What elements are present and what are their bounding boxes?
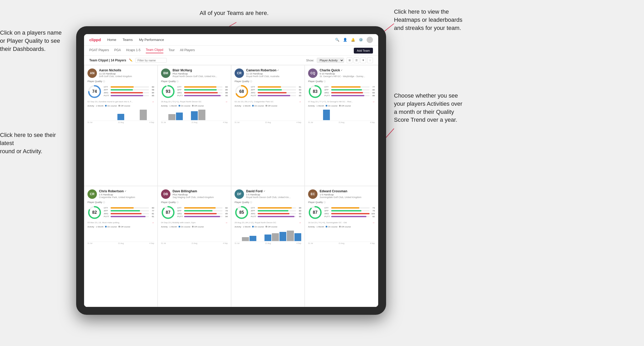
player-quality-section[interactable]: 93 OTT 84 APP 85 <box>161 84 228 99</box>
latest-round[interactable]: 26 Aug 23 | 73 (+1), Royal North Devon G… <box>161 100 228 103</box>
bar-track <box>184 213 222 214</box>
latest-round-arrow[interactable]: → <box>372 221 375 224</box>
profile-icon[interactable]: 👤 <box>343 38 347 42</box>
chart-labels: 31 Jul21 Aug4 Sep <box>87 121 154 123</box>
latest-round-arrow[interactable]: → <box>225 100 228 103</box>
latest-round-arrow[interactable]: → <box>299 221 301 224</box>
bar-fill <box>331 213 370 214</box>
player-quality-section[interactable]: 82 OTT 60 APP 77 <box>87 205 154 220</box>
bar-value: 82 <box>224 207 228 209</box>
player-quality-section[interactable]: 83 OTT 77 APP 80 <box>308 84 375 99</box>
bar-value: 85 <box>150 94 154 97</box>
player-card[interactable]: CQ Charlie Quick ✓ 6-10 Handicap St. Geo… <box>305 65 378 186</box>
oncourse-dot: On course <box>252 226 264 228</box>
player-avatar: DB <box>161 189 170 199</box>
bar-fill <box>258 207 292 209</box>
chart-date: 31 Jul <box>161 242 166 244</box>
quality-number: 87 <box>166 210 170 215</box>
player-name[interactable]: Charlie Quick ✓ <box>320 68 375 72</box>
latest-round[interactable]: 05 Mar 23 | 19, Must make putting → <box>87 221 154 224</box>
player-name[interactable]: Aaron Nicholls <box>99 68 154 72</box>
player-quality-section[interactable]: 85 OTT 89 APP 80 <box>235 205 301 220</box>
bar-label: ARG <box>104 92 110 94</box>
sort-icon[interactable]: ↕ <box>367 57 373 63</box>
player-card[interactable]: DF David Ford ✓ 1-5 Handicap Royal North… <box>231 186 305 307</box>
latest-round[interactable]: 07 Aug 23 | 77 (+7), St George's Hill GC… <box>308 100 375 103</box>
activity-chart <box>161 229 228 242</box>
player-name[interactable]: Blair McHarg <box>173 68 228 72</box>
quality-ring: 82 <box>87 205 102 220</box>
latest-round-arrow[interactable]: → <box>152 100 154 103</box>
latest-round[interactable]: 26 Aug 23 | 84 (+12), Royal North Devon … <box>235 221 301 224</box>
quality-number: 74 <box>92 89 97 94</box>
nav-home[interactable]: Home <box>107 38 116 42</box>
search-input[interactable] <box>135 58 167 63</box>
bar-track <box>184 89 222 91</box>
show-select[interactable]: Player Activity <box>317 58 344 63</box>
player-name[interactable]: Chris Robertson ✓ <box>99 189 154 193</box>
show-label: Show: <box>306 59 314 62</box>
grid-view-icon[interactable]: ⊞ <box>347 57 352 63</box>
offcourse-dot: Off course <box>192 105 204 107</box>
player-info: Edward Crossman 1-5 Handicap Sunningdale… <box>320 189 375 199</box>
player-card[interactable]: CR Chris Robertson ✓ 1-5 Handicap Craigs… <box>84 186 158 307</box>
player-quality-section[interactable]: 87 OTT 82 APP 74 <box>161 205 228 220</box>
subnav-hcaps[interactable]: Hcaps 1-5 <box>126 48 141 53</box>
player-name[interactable]: Cameron Robertson ✓ <box>246 68 301 72</box>
latest-round[interactable]: 02 Sep 23 | Sundew round to get back int… <box>87 100 154 103</box>
player-quality-section[interactable]: 74 OTT 60 APP 58 <box>87 84 154 99</box>
player-handicap: 11-15 Handicap <box>99 72 154 75</box>
player-card[interactable]: DB Dave Billingham Plus Handicap Sag Mag… <box>158 186 231 307</box>
bar-track <box>111 207 149 209</box>
subnav-pgat[interactable]: PGAT Players <box>89 48 109 53</box>
avatar-icon[interactable] <box>367 37 373 43</box>
bar-track <box>111 95 149 96</box>
latest-round-arrow[interactable]: → <box>299 100 301 103</box>
latest-round-arrow[interactable]: → <box>225 221 228 224</box>
subnav-tour[interactable]: Tour <box>169 48 175 53</box>
chart-date: 31 Jul <box>87 242 92 244</box>
list-view-icon[interactable]: ☰ <box>354 57 359 63</box>
bar-fill <box>331 210 361 211</box>
bar-value: 60 <box>150 86 154 88</box>
edit-icon[interactable]: ✏️ <box>129 58 133 62</box>
chart-date: 31 Jul <box>308 242 313 244</box>
quality-number: 68 <box>239 89 244 94</box>
subnav-pga[interactable]: PGA <box>114 48 121 53</box>
latest-round[interactable]: 18 Jul 23 | 74 (+4), Sunningdale GC - Ol… <box>308 221 375 224</box>
subnav-team-clippd[interactable]: Team Clippd <box>146 48 163 53</box>
annotation-heatmaps: Click here to view the Heatmaps or leade… <box>394 8 462 32</box>
player-card[interactable]: EC Edward Crossman 1-5 Handicap Sunningd… <box>305 186 378 307</box>
latest-round[interactable]: 02 Jul 23 | 59 (+17), Craigsimilar Park … <box>235 100 301 103</box>
filter-icon[interactable]: ▼ <box>360 57 366 63</box>
bar-value: 95 <box>224 94 228 97</box>
add-team-button[interactable]: Add Team <box>354 48 373 54</box>
subnav-all-players[interactable]: All Players <box>180 48 195 53</box>
player-info: Aaron Nicholls 11-15 Handicap Drift Golf… <box>99 68 154 78</box>
bar-fill <box>111 210 140 211</box>
bar-track <box>258 210 296 211</box>
latest-round-arrow[interactable]: → <box>372 100 375 103</box>
player-card[interactable]: AN Aaron Nicholls 11-15 Handicap Drift G… <box>84 65 158 186</box>
player-name[interactable]: Edward Crossman <box>320 189 375 193</box>
activity-title: Activity · 1 Month <box>161 105 177 107</box>
nav-my-performance[interactable]: My Performance <box>139 38 164 42</box>
search-icon[interactable]: 🔍 <box>335 38 339 42</box>
activity-header: Activity · 1 Month On course Off course <box>308 226 375 228</box>
bar-value: 84 <box>224 86 228 88</box>
player-name[interactable]: David Ford ✓ <box>246 189 301 193</box>
player-name[interactable]: Dave Billingham <box>173 189 228 193</box>
player-card[interactable]: CR Cameron Robertson ✓ 11-15 Handicap Ro… <box>231 65 305 186</box>
player-quality-section[interactable]: 68 OTT 61 APP 63 <box>235 84 301 99</box>
navbar: clippd Home Teams My Performance 🔍 👤 🔔 ⚙… <box>84 34 378 46</box>
latest-round-arrow[interactable]: → <box>152 221 154 224</box>
latest-round[interactable]: 04 Sep 23 | Mobility with coach, Gym → <box>161 221 228 224</box>
player-quality-section[interactable]: 87 OTT 73 APP 79 <box>308 205 375 220</box>
player-card[interactable]: BM Blair McHarg Plus Handicap Royal Nort… <box>158 65 231 186</box>
bell-icon[interactable]: 🔔 <box>351 38 355 42</box>
chart-date: 4 Sep <box>370 242 375 244</box>
bar-row-arg: ARG 83 <box>324 92 375 94</box>
settings-icon[interactable]: ⚙️ <box>359 38 363 42</box>
activity-chart <box>235 229 301 242</box>
nav-teams[interactable]: Teams <box>123 38 133 42</box>
